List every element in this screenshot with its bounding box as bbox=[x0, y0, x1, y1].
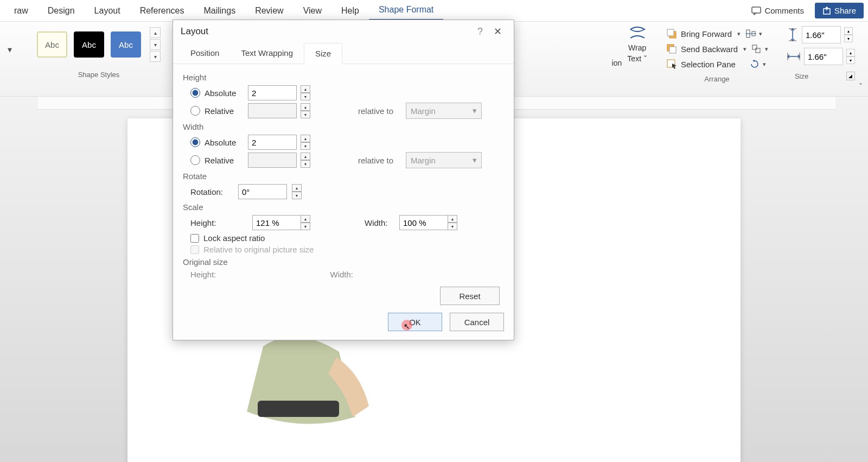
tab-position[interactable]: Position bbox=[180, 43, 230, 64]
scale-width-label: Width: bbox=[365, 218, 399, 227]
height-rel-down[interactable]: ▾ bbox=[301, 111, 310, 118]
shape-style-gallery-arrows: ▴ ▾ ▾ bbox=[150, 27, 161, 62]
rotation-up[interactable]: ▴ bbox=[292, 184, 302, 192]
shape-styles-group: Abc Abc Abc ▴ ▾ ▾ Shape Styles bbox=[37, 27, 161, 79]
tab-size[interactable]: Size bbox=[304, 43, 342, 64]
svg-rect-10 bbox=[756, 48, 760, 53]
shape-style-swatch-2[interactable]: Abc bbox=[74, 31, 104, 58]
bring-forward-button[interactable]: Bring Forward bbox=[663, 26, 735, 41]
scale-width-down[interactable]: ▾ bbox=[448, 223, 457, 230]
shape-style-swatch-1[interactable]: Abc bbox=[37, 31, 67, 58]
menu-view[interactable]: View bbox=[293, 2, 331, 20]
dialog-help-button[interactable]: ? bbox=[471, 26, 489, 37]
selection-pane-icon bbox=[667, 59, 678, 69]
width-absolute-radio[interactable] bbox=[190, 137, 200, 147]
tab-text-wrapping[interactable]: Text Wrapping bbox=[230, 43, 304, 64]
reset-button[interactable]: Reset bbox=[440, 287, 500, 305]
ribbon-height-down[interactable]: ▾ bbox=[844, 35, 853, 42]
size-dialog-launcher[interactable]: ◢ bbox=[846, 72, 855, 80]
scale-width-input[interactable] bbox=[399, 215, 448, 230]
scale-height-input[interactable] bbox=[252, 215, 301, 230]
group-button[interactable] bbox=[751, 43, 763, 55]
qat-dropdown[interactable]: ▾ bbox=[4, 41, 15, 58]
gallery-up[interactable]: ▴ bbox=[150, 27, 161, 38]
height-relative-input bbox=[248, 103, 297, 118]
send-backward-drop[interactable]: ▾ bbox=[741, 46, 749, 53]
menu-draw[interactable]: raw bbox=[4, 2, 38, 20]
width-absolute-input[interactable] bbox=[248, 135, 297, 150]
group-drop[interactable]: ▾ bbox=[763, 46, 770, 53]
lock-aspect-checkbox[interactable] bbox=[190, 234, 199, 243]
height-abs-down[interactable]: ▾ bbox=[301, 93, 310, 100]
height-abs-up[interactable]: ▴ bbox=[301, 85, 310, 93]
height-relto-value: Margin bbox=[411, 106, 436, 116]
rotation-input[interactable] bbox=[238, 184, 287, 199]
width-relative-to-dropdown[interactable]: Margin▾ bbox=[406, 152, 482, 168]
position-label-fragment: ion bbox=[612, 59, 622, 67]
wrap-text-label-2: Text bbox=[627, 54, 641, 63]
selection-pane-label: Selection Pane bbox=[681, 60, 736, 69]
height-rel-up[interactable]: ▴ bbox=[301, 103, 310, 111]
collapse-ribbon-button[interactable]: ˅ bbox=[857, 80, 865, 93]
rotate-section-label: Rotate bbox=[183, 172, 504, 181]
shape-style-swatch-3[interactable]: Abc bbox=[111, 31, 141, 58]
width-relative-radio[interactable] bbox=[190, 155, 200, 165]
height-absolute-input[interactable] bbox=[248, 85, 297, 100]
menu-help[interactable]: Help bbox=[331, 2, 369, 20]
share-icon bbox=[822, 7, 831, 15]
bring-forward-drop[interactable]: ▾ bbox=[735, 30, 743, 37]
align-drop[interactable]: ▾ bbox=[757, 30, 764, 37]
height-relative-to-label: relative to bbox=[358, 106, 401, 116]
bring-forward-icon bbox=[667, 29, 678, 39]
ok-button[interactable]: ↖ OK bbox=[388, 313, 442, 331]
gallery-down[interactable]: ▾ bbox=[150, 39, 161, 50]
menu-design[interactable]: Design bbox=[38, 2, 85, 20]
svg-rect-3 bbox=[667, 29, 674, 36]
svg-rect-8 bbox=[669, 47, 676, 53]
ribbon-width-input[interactable] bbox=[804, 48, 843, 65]
scale-height-up[interactable]: ▴ bbox=[301, 215, 310, 223]
shape-styles-group-label: Shape Styles bbox=[78, 71, 120, 79]
ribbon-width-up[interactable]: ▴ bbox=[846, 49, 855, 56]
svg-rect-9 bbox=[752, 45, 757, 49]
scale-width-up[interactable]: ▴ bbox=[448, 215, 457, 223]
send-backward-button[interactable]: Send Backward bbox=[663, 41, 741, 56]
height-absolute-radio[interactable] bbox=[190, 88, 200, 98]
gallery-more[interactable]: ▾ bbox=[150, 51, 161, 62]
menu-layout[interactable]: Layout bbox=[85, 2, 130, 20]
menu-mailings[interactable]: Mailings bbox=[194, 2, 245, 20]
rotate-button[interactable] bbox=[749, 58, 761, 70]
wrap-text-icon bbox=[628, 26, 647, 41]
comments-button[interactable]: Comments bbox=[744, 3, 812, 18]
cancel-button[interactable]: Cancel bbox=[450, 313, 504, 331]
width-rel-up[interactable]: ▴ bbox=[301, 153, 310, 160]
share-button[interactable]: Share bbox=[815, 3, 864, 18]
width-abs-down[interactable]: ▾ bbox=[301, 142, 310, 150]
width-abs-up[interactable]: ▴ bbox=[301, 135, 310, 142]
rotate-drop[interactable]: ▾ bbox=[761, 61, 768, 68]
selection-pane-button[interactable]: Selection Pane bbox=[663, 56, 739, 72]
height-relative-radio[interactable] bbox=[190, 106, 200, 116]
wrap-text-button[interactable]: Wrap Text ˅ bbox=[627, 26, 647, 63]
ribbon-width-down[interactable]: ▾ bbox=[846, 56, 855, 64]
menu-bar: raw Design Layout References Mailings Re… bbox=[0, 0, 868, 22]
comment-icon bbox=[751, 7, 761, 15]
chevron-down-icon: ▾ bbox=[473, 106, 477, 116]
rotation-down[interactable]: ▾ bbox=[292, 192, 302, 199]
ribbon-height-up[interactable]: ▴ bbox=[844, 27, 853, 35]
height-relative-to-dropdown[interactable]: Margin▾ bbox=[406, 103, 482, 119]
lock-aspect-label: Lock aspect ratio bbox=[203, 233, 265, 243]
ribbon-height-input[interactable] bbox=[802, 26, 841, 43]
align-button[interactable] bbox=[745, 28, 757, 40]
menu-references[interactable]: References bbox=[130, 2, 194, 20]
send-backward-label: Send Backward bbox=[681, 45, 738, 54]
scale-height-label: Height: bbox=[190, 218, 225, 227]
cursor-icon: ↖ bbox=[404, 322, 410, 331]
menu-shape-format[interactable]: Shape Format bbox=[369, 1, 443, 21]
width-rel-down[interactable]: ▾ bbox=[301, 160, 310, 168]
width-section-label: Width bbox=[183, 122, 504, 131]
dialog-close-button[interactable]: ✕ bbox=[489, 26, 506, 37]
menu-review[interactable]: Review bbox=[245, 2, 293, 20]
scale-height-down[interactable]: ▾ bbox=[301, 223, 310, 230]
height-relative-label: Relative bbox=[205, 106, 244, 116]
